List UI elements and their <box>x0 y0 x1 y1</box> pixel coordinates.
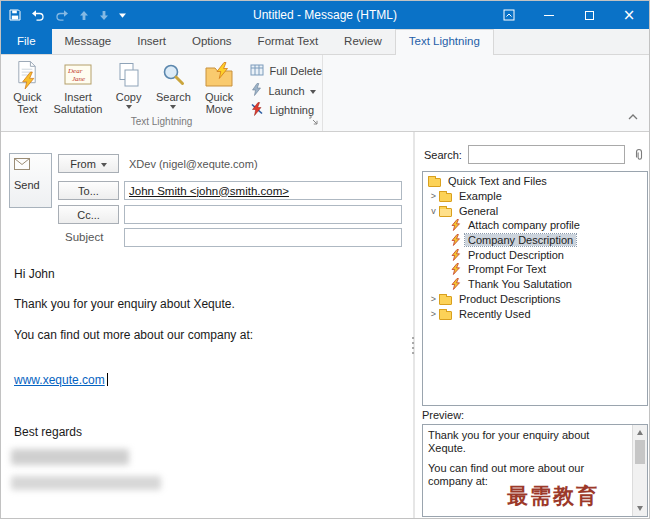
insert-salutation-label: Insert Salutation <box>50 91 106 115</box>
from-button[interactable]: From <box>58 154 119 173</box>
to-field[interactable]: John Smith <john@smith.com> <box>124 181 402 200</box>
from-value: XDev (nigel@xequte.com) <box>129 158 258 170</box>
maximize-icon[interactable] <box>569 1 609 29</box>
copy-dropdown-icon[interactable] <box>126 105 132 109</box>
subject-label: Subject <box>65 231 103 243</box>
expander-icon[interactable]: > <box>428 309 439 319</box>
body-para1: Thank you for your enquiry about Xequte. <box>14 297 235 311</box>
folder-icon <box>439 190 452 202</box>
watermark-text: 最需教育 <box>507 482 599 510</box>
copy-button[interactable]: Copy <box>106 58 151 109</box>
message-body[interactable]: Hi John Thank you for your enquiry about… <box>1 253 413 518</box>
tab-message[interactable]: Message <box>52 29 125 54</box>
folder-icon <box>439 308 452 320</box>
scroll-down-icon[interactable] <box>633 502 647 515</box>
launch-button[interactable]: Launch <box>250 83 322 98</box>
text-lightning-pane: Search: Quick Text and Files > Example v… <box>415 132 650 518</box>
launch-icon <box>250 83 263 98</box>
tree-item-company-description[interactable]: Company Description <box>423 233 647 248</box>
tab-file[interactable]: File <box>1 29 52 54</box>
quick-move-icon <box>204 59 234 91</box>
tree-item-product-description[interactable]: Product Description <box>423 247 647 262</box>
ribbon-display-options-icon[interactable] <box>489 1 529 29</box>
tab-format-text[interactable]: Format Text <box>245 29 332 54</box>
redacted-signature <box>11 449 161 490</box>
tree-item-general[interactable]: v General <box>423 203 647 218</box>
recipient-chip[interactable]: John Smith <john@smith.com> <box>129 185 289 197</box>
save-icon[interactable] <box>9 9 21 21</box>
launch-dropdown-icon[interactable] <box>310 90 316 94</box>
tree-item-quick-text-and-files[interactable]: Quick Text and Files <box>423 174 647 189</box>
qat-customize-icon[interactable] <box>119 13 126 18</box>
folder-icon <box>439 293 452 305</box>
send-label: Send <box>14 179 40 191</box>
quick-text-item-icon <box>450 263 461 275</box>
tree-item-thank-you-salutation[interactable]: Thank You Salutation <box>423 277 647 292</box>
tree-item-recently-used[interactable]: > Recently Used <box>423 306 647 321</box>
dialog-launcher-icon[interactable] <box>309 111 318 129</box>
folder-icon <box>428 175 441 187</box>
full-delete-label: Full Delete <box>269 65 322 77</box>
tab-text-lightning[interactable]: Text Lightning <box>395 29 494 55</box>
close-icon[interactable]: × <box>609 1 649 29</box>
tree-item-product-descriptions[interactable]: > Product Descriptions <box>423 292 647 307</box>
window-controls: × <box>489 1 649 29</box>
cc-button[interactable]: Cc... <box>58 205 119 224</box>
preview-text: Thank you for your enquiry about Xequte.… <box>428 429 629 488</box>
quick-move-button[interactable]: Quick Move <box>196 58 243 115</box>
to-button[interactable]: To... <box>58 181 119 200</box>
ribbon: Quick Text DearJane Insert Salutation Co… <box>1 55 649 132</box>
tab-review[interactable]: Review <box>331 29 395 54</box>
expander-icon[interactable]: v <box>428 206 439 216</box>
tab-insert[interactable]: Insert <box>124 29 179 54</box>
search-icon <box>160 59 186 91</box>
tree-item-prompt-for-text[interactable]: Prompt For Text <box>423 262 647 277</box>
quick-text-item-icon <box>450 219 461 231</box>
text-lightning-group: Quick Text DearJane Insert Salutation Co… <box>1 55 323 131</box>
quick-move-label: Quick Move <box>196 91 243 115</box>
search-label: Search: <box>424 149 462 161</box>
tree-item-example[interactable]: > Example <box>423 189 647 204</box>
down-arrow-icon[interactable] <box>99 10 109 21</box>
insert-salutation-button[interactable]: DearJane Insert Salutation <box>50 58 106 115</box>
quick-text-button[interactable]: Quick Text <box>5 58 50 115</box>
minimize-icon[interactable] <box>529 1 569 29</box>
quick-text-icon <box>14 59 41 91</box>
tab-options[interactable]: Options <box>179 29 245 54</box>
scrollbar-thumb[interactable] <box>635 440 645 464</box>
quick-text-tree: Quick Text and Files > Example v General… <box>422 171 648 406</box>
cc-field[interactable] <box>124 205 402 224</box>
copy-icon <box>116 59 142 91</box>
blurred-line <box>11 476 161 490</box>
from-dropdown-icon <box>101 163 107 167</box>
outlook-message-window: Untitled - Message (HTML) × File Message… <box>0 0 650 519</box>
svg-text:Dear: Dear <box>67 67 83 75</box>
collapse-ribbon-icon[interactable] <box>628 106 638 124</box>
preview-label: Preview: <box>422 409 464 421</box>
subject-field[interactable] <box>124 228 402 247</box>
full-delete-button[interactable]: Full Delete <box>250 63 322 79</box>
paperclip-icon[interactable] <box>631 147 647 163</box>
scroll-up-icon[interactable] <box>633 426 647 439</box>
search-button[interactable]: Search <box>151 58 196 109</box>
small-button-stack: Full Delete Launch Lightning <box>242 58 322 118</box>
undo-icon[interactable] <box>31 9 45 21</box>
copy-label: Copy <box>116 91 142 103</box>
svg-text:Jane: Jane <box>72 75 85 83</box>
redo-icon[interactable] <box>55 9 69 21</box>
expander-icon[interactable]: > <box>428 294 439 304</box>
search-label: Search <box>156 91 191 103</box>
group-label: Text Lightning <box>131 116 193 127</box>
expander-icon[interactable]: > <box>428 191 439 201</box>
search-dropdown-icon[interactable] <box>170 105 176 109</box>
up-arrow-icon[interactable] <box>79 10 89 21</box>
preview-line: Thank you for your enquiry about <box>428 429 629 442</box>
search-input[interactable] <box>468 145 625 164</box>
quick-text-item-icon <box>450 249 461 261</box>
preview-scrollbar[interactable] <box>632 425 647 516</box>
send-button[interactable]: Send <box>9 153 52 208</box>
body-link[interactable]: www.xequte.com <box>14 373 105 387</box>
quick-text-item-icon <box>450 234 461 246</box>
tree-item-attach-company-profile[interactable]: Attach company profile <box>423 218 647 233</box>
full-delete-icon <box>250 63 264 79</box>
